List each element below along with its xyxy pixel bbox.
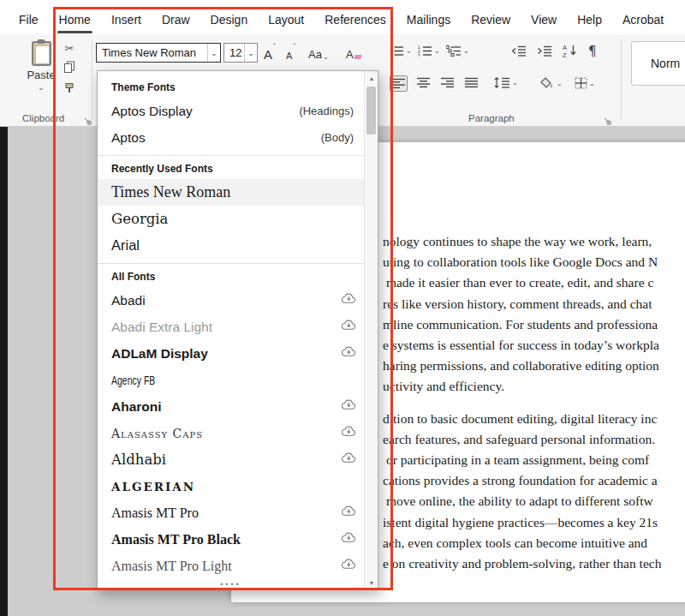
font-option-alasassy-caps[interactable]: Alasassy Caps [98, 420, 364, 446]
multilevel-list-button[interactable]: ⌄ [446, 45, 469, 57]
chevron-down-icon: ⌄ [323, 53, 329, 61]
tab-references[interactable]: References [325, 13, 386, 27]
chevron-down-icon[interactable]: ⌄ [244, 44, 257, 62]
font-option-times-new-roman[interactable]: Times New Roman [98, 179, 364, 206]
clipboard-group-label: Clipboard [22, 113, 64, 123]
text-line: e on creativity and problem-solving, rat… [383, 553, 685, 574]
font-role-tag: (Headings) [299, 105, 357, 117]
copy-icon[interactable] [63, 61, 75, 76]
chevron-down-icon: ⌄ [434, 47, 440, 55]
tab-acrobat[interactable]: Acrobat [622, 13, 664, 27]
shrink-font-button[interactable]: Aˇ [286, 43, 295, 63]
group-divider [621, 39, 622, 120]
justify-button[interactable] [465, 77, 478, 88]
cut-icon[interactable]: ✂ [65, 43, 74, 55]
paragraph-group-label: Paragraph [468, 113, 515, 123]
paste-button[interactable]: Paste ⌄ [24, 39, 58, 113]
scrollbar-thumb[interactable] [366, 87, 376, 135]
clear-formatting-button[interactable]: A [346, 43, 361, 63]
font-name-combobox[interactable]: Times New Roman ⌄ [96, 43, 221, 63]
numbering-button[interactable]: 123 ⌄ [418, 45, 440, 57]
tab-layout[interactable]: Layout [268, 13, 304, 27]
text-line: haring permissions, and collaborative ed… [383, 356, 685, 376]
bullets-button[interactable]: ⌄ [390, 45, 412, 57]
align-center-button[interactable] [417, 77, 430, 88]
font-dropdown: Theme FontsAptos Display(Headings)Aptos(… [97, 70, 378, 590]
text-line: made it easier than ever to create, edit… [383, 272, 685, 293]
format-painter-icon[interactable] [63, 82, 75, 98]
font-option-amasis-mt-pro-black[interactable]: Amasis MT Pro Black [98, 526, 364, 553]
chevron-down-icon[interactable]: ⌄ [207, 44, 220, 62]
change-case-button[interactable]: Aa⌄ [308, 43, 329, 63]
font-option-amasis-mt-pro-light[interactable]: Amasis MT Pro Light [98, 553, 364, 577]
tab-home[interactable]: Home [59, 13, 91, 27]
font-option-label: Abadi Extra Light [111, 320, 212, 335]
align-right-button[interactable] [441, 77, 454, 88]
clipboard-dialog-launcher-icon[interactable] [83, 113, 92, 129]
tab-insert[interactable]: Insert [111, 13, 141, 27]
grow-font-button[interactable]: Aˆ [264, 43, 276, 63]
paste-label: Paste [27, 69, 55, 81]
decrease-indent-button[interactable] [511, 45, 527, 57]
font-option-aptos-display[interactable]: Aptos Display(Headings) [98, 98, 364, 124]
caret-up-icon: ˆ [273, 43, 276, 51]
font-option-label: Aharoni [111, 399, 162, 415]
shading-button[interactable]: ⌄ [540, 77, 563, 89]
text-line: istent digital hygiene practices—becomes… [383, 512, 685, 533]
paragraph-dialog-launcher-icon[interactable] [603, 113, 611, 129]
chevron-down-icon: ⌄ [557, 80, 563, 87]
font-option-label: Amasis MT Pro Light [111, 559, 232, 574]
window-edge [0, 127, 8, 616]
paragraph: dition to basic document editing, digita… [383, 409, 685, 575]
font-option-label: Times New Roman [111, 183, 230, 201]
font-option-georgia[interactable]: Georgia [98, 206, 364, 232]
font-size-combobox[interactable]: 12 ⌄ [223, 43, 258, 63]
font-option-aldhabi[interactable]: Aldhabi [98, 446, 364, 473]
font-option-label: Amasis MT Pro Black [111, 532, 241, 547]
font-option-arial[interactable]: Arial [98, 232, 364, 259]
font-role-tag: (Body) [321, 131, 357, 144]
tab-help[interactable]: Help [577, 13, 602, 27]
text-line: mline communication. For students and pr… [383, 314, 685, 335]
style-normal-button[interactable]: Norm [631, 41, 685, 86]
dropdown-resize-handle[interactable]: •••• [98, 579, 364, 589]
font-size-value: 12 [229, 46, 241, 59]
style-label: Norm [651, 57, 680, 70]
font-option-adlam-display[interactable]: ADLaM Display [98, 340, 364, 367]
tab-review[interactable]: Review [471, 13, 510, 27]
font-section-header-theme-fonts: Theme Fonts [98, 75, 364, 98]
font-option-aptos[interactable]: Aptos(Body) [98, 124, 364, 151]
scroll-up-icon[interactable]: ▲ [365, 71, 378, 85]
font-option-aharoni[interactable]: Aharoni [98, 393, 364, 420]
font-option-abadi[interactable]: Abadi [98, 287, 364, 314]
scroll-down-icon[interactable]: ▼ [365, 576, 378, 589]
font-option-algerian[interactable]: ALGERIAN [98, 473, 364, 499]
cloud-download-icon [341, 319, 357, 335]
chevron-down-icon[interactable]: ⌄ [38, 84, 45, 91]
increase-indent-button[interactable] [537, 45, 552, 57]
cloud-download-icon [341, 398, 357, 415]
font-option-label: Georgia [111, 211, 168, 227]
line-spacing-button[interactable]: ⌄ [494, 77, 518, 88]
chevron-down-icon: ⌄ [406, 47, 412, 55]
font-option-amasis-mt-pro[interactable]: Amasis MT Pro [98, 499, 364, 526]
tab-file[interactable]: File [19, 13, 39, 27]
cloud-download-icon [341, 345, 357, 362]
text-line: e systems is essential for success in to… [383, 335, 685, 356]
borders-button[interactable]: ⌄ [575, 77, 595, 89]
tab-mailings[interactable]: Mailings [407, 13, 450, 27]
text-line: earch features, and safeguard personal i… [383, 429, 685, 450]
show-formatting-marks-button[interactable]: ¶ [588, 44, 597, 59]
font-name-value: Times New Roman [102, 46, 196, 59]
align-left-button[interactable] [390, 75, 408, 92]
tab-design[interactable]: Design [211, 13, 248, 27]
font-option-label: Aldhabi [111, 452, 166, 468]
font-option-abadi-extra-light[interactable]: Abadi Extra Light [98, 314, 364, 340]
menu-tabs: FileHomeInsertDrawDesignLayoutReferences… [0, 0, 685, 34]
tab-draw[interactable]: Draw [162, 13, 190, 27]
dropdown-scrollbar[interactable]: ▲ ▼ [364, 71, 378, 589]
sort-button[interactable]: AZ [563, 44, 577, 57]
tab-view[interactable]: View [531, 13, 557, 27]
font-option-agency-fb[interactable]: Agency FB [98, 367, 364, 393]
cloud-download-icon [341, 452, 357, 468]
